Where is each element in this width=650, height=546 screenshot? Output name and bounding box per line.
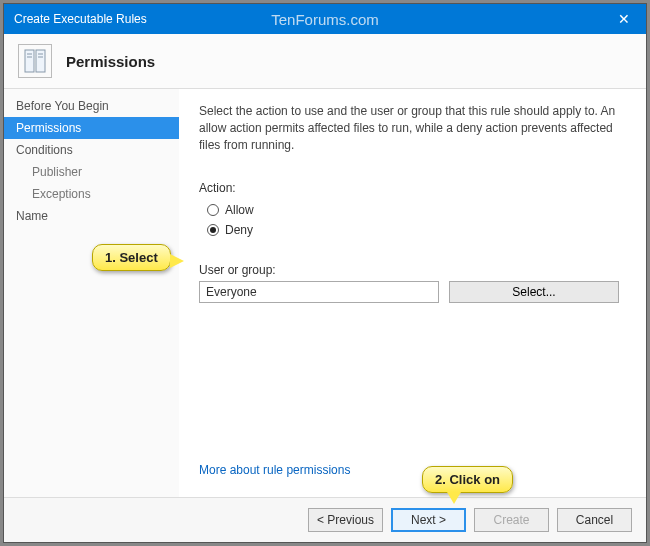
page-icon xyxy=(18,44,52,78)
radio-icon xyxy=(207,224,219,236)
watermark: TenForums.com xyxy=(271,11,379,28)
radio-icon xyxy=(207,204,219,216)
page-title: Permissions xyxy=(66,53,155,70)
book-icon xyxy=(22,48,48,74)
wizard-sidebar: Before You Begin Permissions Conditions … xyxy=(4,89,179,497)
radio-deny[interactable]: Deny xyxy=(207,223,626,237)
radio-deny-label: Deny xyxy=(225,223,253,237)
svg-rect-1 xyxy=(36,50,45,72)
wizard-window: Create Executable Rules TenForums.com ✕ … xyxy=(3,3,647,543)
select-user-button[interactable]: Select... xyxy=(449,281,619,303)
annotation-step-2: 2. Click on xyxy=(422,466,513,493)
next-button[interactable]: Next > xyxy=(391,508,466,532)
sidebar-item-publisher[interactable]: Publisher xyxy=(4,161,179,183)
main-panel: Select the action to use and the user or… xyxy=(179,89,646,497)
wizard-footer: < Previous Next > Create Cancel xyxy=(4,497,646,542)
sidebar-item-name[interactable]: Name xyxy=(4,205,179,227)
action-label: Action: xyxy=(199,181,626,195)
sidebar-item-permissions[interactable]: Permissions xyxy=(4,117,179,139)
more-info-link[interactable]: More about rule permissions xyxy=(199,463,626,477)
radio-allow-label: Allow xyxy=(225,203,254,217)
user-group-label: User or group: xyxy=(199,263,626,277)
previous-button[interactable]: < Previous xyxy=(308,508,383,532)
sidebar-item-conditions[interactable]: Conditions xyxy=(4,139,179,161)
wizard-header: Permissions xyxy=(4,34,646,89)
svg-rect-0 xyxy=(25,50,34,72)
window-title: Create Executable Rules xyxy=(4,12,147,26)
user-group-field[interactable] xyxy=(199,281,439,303)
cancel-button[interactable]: Cancel xyxy=(557,508,632,532)
sidebar-item-exceptions[interactable]: Exceptions xyxy=(4,183,179,205)
sidebar-item-before-you-begin[interactable]: Before You Begin xyxy=(4,95,179,117)
titlebar: Create Executable Rules TenForums.com ✕ xyxy=(4,4,646,34)
description-text: Select the action to use and the user or… xyxy=(199,103,619,153)
radio-allow[interactable]: Allow xyxy=(207,203,626,217)
annotation-step-1: 1. Select xyxy=(92,244,171,271)
close-icon: ✕ xyxy=(618,11,630,27)
user-group-row: Select... xyxy=(199,281,626,303)
wizard-body: Before You Begin Permissions Conditions … xyxy=(4,89,646,497)
create-button: Create xyxy=(474,508,549,532)
close-button[interactable]: ✕ xyxy=(602,4,646,34)
